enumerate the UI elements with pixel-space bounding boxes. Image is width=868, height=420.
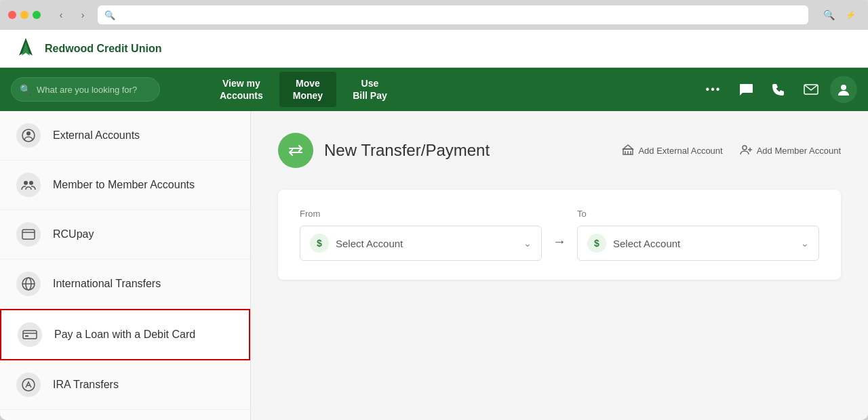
arrow-connector: → (553, 220, 566, 249)
from-dollar-icon: $ (310, 234, 329, 253)
main-content: New Transfer/Payment (251, 111, 868, 420)
add-external-account-label: Add External Account (638, 146, 722, 156)
email-button[interactable] (797, 76, 825, 103)
search-icon: 🔍 (104, 10, 115, 20)
from-label: From (300, 209, 542, 219)
to-select-left: $ Select Account (587, 234, 680, 253)
search-box[interactable]: 🔍 (11, 77, 160, 102)
header-actions: Add External Account (622, 144, 841, 158)
nav-label-money: Money (293, 89, 323, 102)
browser-extensions-icon[interactable]: ⚡ (841, 5, 860, 24)
svg-point-3 (841, 85, 846, 90)
member-to-member-label: Member to Member Accounts (53, 179, 195, 191)
member-to-member-icon (16, 173, 41, 197)
minimize-button[interactable] (20, 11, 28, 19)
external-accounts-label: External Accounts (53, 129, 140, 142)
more-button[interactable]: ••• (700, 76, 727, 103)
main-layout: External Accounts Member to Member Accou… (0, 111, 868, 420)
traffic-lights (8, 11, 41, 19)
svg-point-26 (743, 146, 747, 150)
logo-icon (14, 37, 38, 61)
ira-transfers-label: IRA Transfers (53, 379, 119, 391)
close-button[interactable] (8, 11, 16, 19)
logo-container: Redwood Credit Union (14, 37, 161, 61)
from-select-left: $ Select Account (310, 234, 403, 253)
pay-loan-debit-label: Pay a Loan with a Debit Card (54, 329, 195, 341)
svg-rect-13 (23, 331, 37, 339)
browser-nav: ‹ › (52, 5, 92, 24)
svg-point-6 (24, 181, 28, 185)
svg-rect-8 (22, 230, 35, 239)
transfer-form: From $ Select Account ⌄ → To (278, 190, 841, 280)
content-title-area: New Transfer/Payment (278, 133, 490, 168)
maximize-button[interactable] (33, 11, 41, 19)
sidebar: External Accounts Member to Member Accou… (0, 111, 251, 420)
sidebar-item-member-to-member[interactable]: Member to Member Accounts (0, 161, 250, 210)
app-content: Redwood Credit Union 🔍 View my Accounts … (0, 30, 868, 420)
nav-item-move-money[interactable]: Move Money (279, 72, 336, 107)
from-select-text: Select Account (336, 238, 403, 249)
nav-label-view-my: View my (220, 77, 263, 89)
transfer-payment-icon (278, 133, 313, 168)
nav-item-bill-pay[interactable]: Use Bill Pay (339, 72, 401, 107)
from-chevron-down-icon: ⌄ (524, 238, 532, 249)
search-input[interactable] (37, 85, 151, 95)
browser-actions: 🔍 ⚡ (819, 5, 860, 24)
nav-item-view-accounts[interactable]: View my Accounts (206, 72, 277, 107)
external-accounts-icon (16, 123, 41, 148)
browser-chrome: ‹ › 🔍 🔍 ⚡ (0, 0, 868, 30)
from-column: From $ Select Account ⌄ (300, 209, 542, 261)
to-account-select[interactable]: $ Select Account ⌄ (577, 226, 819, 261)
sidebar-item-external-accounts[interactable]: External Accounts (0, 111, 250, 161)
back-button[interactable]: ‹ (52, 5, 71, 24)
nav-label-bill-pay: Bill Pay (353, 89, 387, 102)
bank-icon (622, 144, 634, 158)
to-chevron-down-icon: ⌄ (801, 238, 809, 249)
search-icon: 🔍 (20, 84, 31, 95)
svg-marker-22 (623, 145, 633, 149)
content-header: New Transfer/Payment (278, 133, 841, 168)
svg-point-16 (22, 379, 35, 391)
svg-rect-15 (25, 335, 28, 337)
add-external-account-link[interactable]: Add External Account (622, 144, 722, 158)
rcupay-label: RCUpay (53, 228, 94, 240)
to-column: To $ Select Account ⌄ (577, 209, 819, 261)
nav-label-use: Use (353, 77, 387, 89)
to-dollar-icon: $ (587, 234, 606, 253)
user-button[interactable] (830, 76, 857, 103)
nav-label-move: Move (293, 77, 323, 89)
to-label: To (577, 209, 819, 219)
nav-bar: 🔍 View my Accounts Move Money Use Bill P… (0, 68, 868, 111)
sidebar-item-ira-transfers[interactable]: IRA Transfers (0, 360, 250, 410)
add-member-account-link[interactable]: Add Member Account (739, 144, 841, 158)
rcupay-icon (16, 222, 41, 247)
browser-window: ‹ › 🔍 🔍 ⚡ Redwood Credit Union (0, 0, 868, 420)
content-title: New Transfer/Payment (324, 141, 490, 160)
to-select-text: Select Account (613, 238, 680, 249)
international-transfers-label: International Transfers (53, 278, 161, 290)
nav-actions: ••• (700, 76, 857, 103)
international-transfers-icon (16, 272, 41, 296)
sidebar-item-hsa-contribution[interactable]: HSA Contribution (0, 410, 250, 420)
sidebar-item-international-transfers[interactable]: International Transfers (0, 259, 250, 309)
ira-transfers-icon (16, 373, 41, 397)
chat-button[interactable] (732, 76, 760, 103)
form-row: From $ Select Account ⌄ → To (300, 209, 819, 261)
sidebar-item-pay-loan-debit[interactable]: Pay a Loan with a Debit Card (0, 309, 250, 360)
add-member-account-label: Add Member Account (757, 146, 841, 156)
nav-items: View my Accounts Move Money Use Bill Pay (206, 72, 401, 107)
add-member-icon (739, 144, 753, 158)
logo-text: Redwood Credit Union (45, 43, 161, 55)
address-bar[interactable]: 🔍 (98, 5, 808, 24)
svg-point-4 (26, 131, 31, 135)
pay-loan-debit-icon (18, 322, 42, 347)
phone-button[interactable] (765, 76, 792, 103)
top-bar: Redwood Credit Union (0, 30, 868, 68)
from-account-select[interactable]: $ Select Account ⌄ (300, 226, 542, 261)
browser-search-icon[interactable]: 🔍 (819, 5, 838, 24)
svg-point-7 (29, 181, 33, 185)
forward-button[interactable]: › (73, 5, 92, 24)
sidebar-item-rcupay[interactable]: RCUpay (0, 210, 250, 259)
nav-label-accounts: Accounts (220, 89, 263, 102)
